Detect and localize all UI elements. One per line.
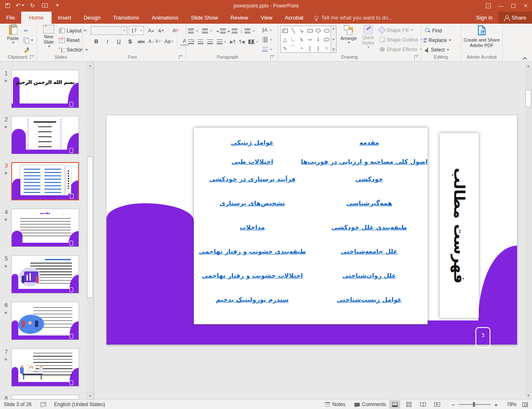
text-direction-button[interactable]: ∥A xyxy=(262,26,272,34)
align-right-button[interactable] xyxy=(207,39,213,44)
slide-indicator[interactable]: Slide 3 of 26 xyxy=(4,400,32,409)
shape-elbow-icon[interactable]: ∟ xyxy=(289,35,297,44)
scrollbar-thumb[interactable] xyxy=(525,90,531,107)
toc-link[interactable]: عوامل زیست‌شناختی xyxy=(311,296,428,305)
toc-link[interactable]: علل جامعه‌شناختی xyxy=(311,248,428,257)
slide-2-thumbnail[interactable] xyxy=(11,116,79,154)
scroll-up-icon[interactable]: ▲ xyxy=(525,62,532,69)
tab-transitions[interactable]: Transitions xyxy=(107,12,146,24)
slide-1-thumbnail[interactable]: بسم الله الرحمن الرحیم xyxy=(11,70,79,108)
font-dialog-launcher[interactable] xyxy=(179,55,183,59)
slide-canvas[interactable]: عوامل ژنتیکی مقدمه اختلالات طبی اصول کلی… xyxy=(106,115,517,345)
reading-view-button[interactable] xyxy=(418,400,428,409)
slide-8-thumbnail[interactable] xyxy=(11,395,79,399)
zoom-percentage[interactable]: 78% xyxy=(507,400,517,409)
slide-scrollbar[interactable]: ▲ ▼ xyxy=(525,62,532,399)
drawing-dialog-launcher[interactable] xyxy=(414,55,418,59)
restore-icon[interactable] xyxy=(507,0,520,12)
zoom-in-button[interactable]: + xyxy=(494,400,498,409)
shape-textbox-icon[interactable]: A xyxy=(281,26,289,35)
scroll-up-icon[interactable]: ▲ xyxy=(87,62,94,69)
align-left-button[interactable] xyxy=(188,39,194,44)
tab-animations[interactable]: Animations xyxy=(146,12,185,24)
format-painter-button[interactable] xyxy=(24,45,29,54)
fit-to-window-button[interactable] xyxy=(522,400,528,409)
scroll-down-icon[interactable]: ▼ xyxy=(87,392,94,399)
thumbnail-item-4[interactable]: 4 ★ مقدمه “ xyxy=(0,209,87,247)
reset-button[interactable]: Reset xyxy=(59,36,79,44)
animation-star-icon[interactable]: ★ xyxy=(4,310,8,315)
align-center-button[interactable] xyxy=(198,39,203,44)
shapes-scroll-up-icon[interactable]: ▲ xyxy=(332,27,335,30)
grow-font-button[interactable]: A▲ xyxy=(147,26,155,35)
columns-button[interactable] xyxy=(248,39,255,44)
sign-in-button[interactable]: Sign in xyxy=(470,12,499,24)
thumbnail-item-1[interactable]: 1 ★ بسم الله الرحمن الرحیم xyxy=(0,70,87,108)
shape-arc-icon[interactable]: ⌒ xyxy=(289,44,297,52)
purple-blob-left[interactable] xyxy=(106,203,194,320)
font-color-button[interactable]: A xyxy=(181,37,188,46)
zoom-slider-thumb[interactable] xyxy=(473,402,475,407)
shape-curve-icon[interactable]: ~ xyxy=(297,44,306,52)
toc-link[interactable]: اختلالات طبی xyxy=(194,158,311,167)
font-name-select[interactable] xyxy=(91,26,127,35)
animation-star-icon[interactable]: ★ xyxy=(4,264,8,269)
zoom-out-button[interactable]: − xyxy=(451,400,455,409)
tab-view[interactable]: View xyxy=(255,12,279,24)
toc-link[interactable]: اصول کلی مصاحبه و ارزیابی در فوریت‌ها xyxy=(311,158,428,167)
find-button[interactable]: Find xyxy=(425,26,442,35)
ltr-direction-button[interactable]: ▶¶ xyxy=(230,39,235,44)
spellcheck-icon[interactable] xyxy=(41,400,47,409)
animation-star-icon[interactable]: ★ xyxy=(4,170,8,176)
clipboard-dialog-launcher[interactable] xyxy=(30,55,34,59)
italic-button[interactable]: I xyxy=(104,37,111,46)
toc-link[interactable]: فرآیند پرستاری در خودکشی xyxy=(194,175,311,185)
scrollbar-thumb[interactable] xyxy=(87,157,93,298)
shape-rectangle-icon[interactable] xyxy=(306,26,314,35)
shape-right-arrow-icon[interactable]: ⇨ xyxy=(306,35,314,44)
tab-slideshow[interactable]: Slide Show xyxy=(185,12,224,24)
character-spacing-button[interactable]: A↔V xyxy=(148,37,161,46)
comments-button[interactable]: Comments xyxy=(354,400,386,409)
shape-star-icon[interactable]: ☆ xyxy=(322,44,331,52)
vertical-title-bar[interactable]: فهرست مطالب xyxy=(440,133,479,318)
zoom-slider[interactable] xyxy=(458,400,491,409)
clear-formatting-button[interactable]: A xyxy=(171,26,179,35)
slide-6-thumbnail[interactable] xyxy=(11,302,79,340)
share-button[interactable]: Share xyxy=(498,12,532,24)
shape-triangle-icon[interactable]: △ xyxy=(281,35,289,44)
convert-smartart-button[interactable] xyxy=(262,45,272,54)
notes-button[interactable]: Notes xyxy=(325,400,345,409)
collapse-ribbon-icon[interactable] xyxy=(522,57,527,62)
thumbnail-scrollbar[interactable]: ▲ ▼ xyxy=(87,62,94,399)
scroll-down-icon[interactable]: ▼ xyxy=(525,392,532,399)
text-shadow-button[interactable]: S xyxy=(126,37,134,46)
slide-4-thumbnail[interactable]: مقدمه “ xyxy=(11,209,79,247)
toc-link[interactable]: تشخیص‌های پرستاری xyxy=(194,200,311,209)
shape-arrow-icon[interactable]: ↘ xyxy=(297,26,306,35)
shape-effects-button[interactable]: Shape Effects xyxy=(379,45,422,54)
shape-left-brace-icon[interactable]: { xyxy=(306,44,314,52)
strikethrough-button[interactable]: abc xyxy=(137,37,145,46)
close-icon[interactable]: × xyxy=(520,0,532,12)
new-slide-button[interactable]: New Slide xyxy=(39,25,58,54)
toc-link[interactable]: عوامل ژنتیکی xyxy=(194,139,311,148)
underline-button[interactable]: U xyxy=(115,37,123,46)
minimize-icon[interactable]: — xyxy=(495,0,507,12)
shape-oval-icon[interactable] xyxy=(314,26,322,35)
decrease-indent-button[interactable]: ◂ xyxy=(216,27,226,35)
language-indicator[interactable]: English (United States) xyxy=(54,400,105,409)
thumbnail-item-5[interactable]: 5 ★ xyxy=(0,255,87,293)
shapes-gallery[interactable]: A ╲ ↘ △ ∟ ↳ ⇨ ⇩ ∿ ⌒ ~ { } ☆ xyxy=(280,26,331,53)
animation-star-icon[interactable]: ★ xyxy=(4,124,8,130)
toc-link[interactable]: مداخلات xyxy=(194,224,311,233)
shape-callout-icon[interactable] xyxy=(322,35,331,44)
tell-me-box[interactable]: Tell me what you want to do... xyxy=(314,12,392,24)
shape-rounded-rect-icon[interactable] xyxy=(322,26,331,35)
cut-button[interactable]: ✂ xyxy=(24,26,28,35)
normal-view-button[interactable] xyxy=(389,400,400,409)
shape-outline-button[interactable]: Shape Outline xyxy=(379,35,423,44)
slideshow-view-button[interactable] xyxy=(432,400,443,409)
thumbnail-item-3-selected[interactable]: 3 ★ xyxy=(0,162,87,200)
replace-button[interactable]: abacReplace xyxy=(423,36,451,44)
